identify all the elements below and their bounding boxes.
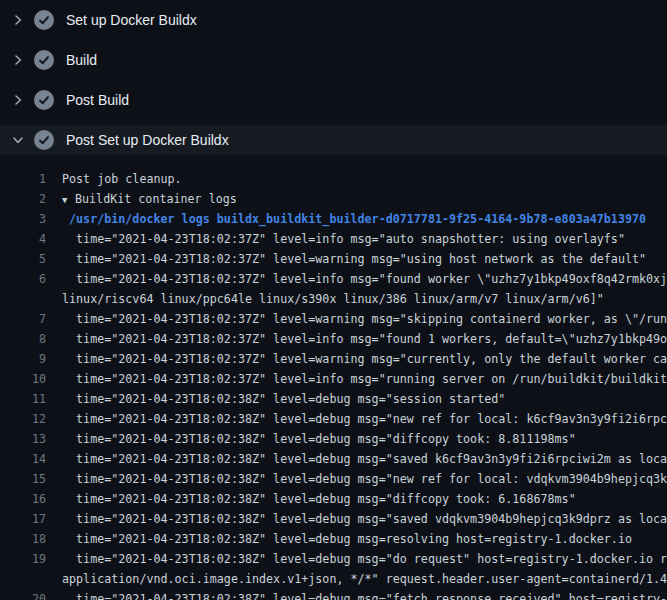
log-line: 14 time="2021-04-23T18:02:38Z" level=deb…	[0, 449, 667, 469]
steps-list: Set up Docker Buildx Build Post Build	[0, 0, 667, 155]
chevron-right-icon[interactable]	[12, 54, 24, 66]
log-line-number[interactable]: 8	[0, 329, 46, 349]
log-line-number[interactable]: 19	[0, 549, 46, 569]
log-line: 10 time="2021-04-23T18:02:37Z" level=inf…	[0, 369, 667, 389]
log-line-text: time="2021-04-23T18:02:37Z" level=info m…	[62, 329, 667, 349]
log-line: 6 time="2021-04-23T18:02:37Z" level=info…	[0, 269, 667, 289]
log-line-text: time="2021-04-23T18:02:37Z" level=info m…	[62, 269, 667, 289]
log-line-text: time="2021-04-23T18:02:37Z" level=warnin…	[62, 349, 667, 369]
log-line-text: time="2021-04-23T18:02:37Z" level=warnin…	[62, 309, 667, 329]
log-line-text: time="2021-04-23T18:02:38Z" level=debug …	[62, 589, 667, 600]
log-line-text: ▼BuildKit container logs	[62, 189, 237, 209]
log-line-text: time="2021-04-23T18:02:38Z" level=debug …	[62, 529, 632, 549]
log-line-text: time="2021-04-23T18:02:38Z" level=debug …	[62, 469, 667, 489]
log-line-text: time="2021-04-23T18:02:37Z" level=info m…	[62, 229, 625, 249]
log-line-number[interactable]: 10	[0, 369, 46, 389]
log-line-text: time="2021-04-23T18:02:38Z" level=debug …	[62, 509, 667, 529]
log-area: 1 Post job cleanup. 2 ▼BuildKit containe…	[0, 155, 667, 600]
log-line: 9 time="2021-04-23T18:02:37Z" level=warn…	[0, 349, 667, 369]
step-label: Build	[66, 52, 97, 68]
log-line-number[interactable]	[0, 289, 46, 309]
log-line-number[interactable]: 13	[0, 429, 46, 449]
log-line: 13 time="2021-04-23T18:02:38Z" level=deb…	[0, 429, 667, 449]
actions-log-viewer: Set up Docker Buildx Build Post Build	[0, 0, 667, 600]
chevron-right-icon[interactable]	[12, 14, 24, 26]
step-label: Post Set up Docker Buildx	[66, 132, 229, 148]
chevron-down-icon[interactable]	[12, 134, 24, 146]
step-row-3[interactable]: Post Set up Docker Buildx	[0, 125, 667, 155]
log-line-number[interactable]: 12	[0, 409, 46, 429]
group-toggle-icon[interactable]: ▼	[62, 190, 75, 209]
log-line-number[interactable]: 14	[0, 449, 46, 469]
step-row-1[interactable]: Build	[0, 40, 667, 80]
log-line-number[interactable]	[0, 569, 46, 589]
log-line-text: time="2021-04-23T18:02:37Z" level=info m…	[62, 369, 667, 389]
log-line: 16 time="2021-04-23T18:02:38Z" level=deb…	[0, 489, 667, 509]
log-line-text: application/vnd.oci.image.index.v1+json,…	[62, 569, 667, 589]
log-line-number[interactable]: 5	[0, 249, 46, 269]
log-line: 18 time="2021-04-23T18:02:38Z" level=deb…	[0, 529, 667, 549]
check-circle-icon	[34, 130, 54, 150]
log-line-number[interactable]: 20	[0, 589, 46, 600]
log-line: 15 time="2021-04-23T18:02:38Z" level=deb…	[0, 469, 667, 489]
log-line-text: time="2021-04-23T18:02:38Z" level=debug …	[62, 489, 576, 509]
log-line: 7 time="2021-04-23T18:02:37Z" level=warn…	[0, 309, 667, 329]
log-line-number[interactable]: 4	[0, 229, 46, 249]
log-line-text: time="2021-04-23T18:02:38Z" level=debug …	[62, 429, 576, 449]
log-line-number[interactable]: 16	[0, 489, 46, 509]
log-line: 11 time="2021-04-23T18:02:38Z" level=deb…	[0, 389, 667, 409]
step-row-2[interactable]: Post Build	[0, 80, 667, 120]
log-line-text: time="2021-04-23T18:02:38Z" level=debug …	[62, 389, 505, 409]
log-line-number[interactable]: 15	[0, 469, 46, 489]
step-label: Post Build	[66, 92, 129, 108]
log-line: linux/riscv64 linux/ppc64le linux/s390x …	[0, 289, 667, 309]
log-line-number[interactable]: 3	[0, 209, 46, 229]
log-line-number[interactable]: 9	[0, 349, 46, 369]
log-line-number[interactable]: 1	[0, 169, 46, 189]
log-line: 4 time="2021-04-23T18:02:37Z" level=info…	[0, 229, 667, 249]
log-line-number[interactable]: 2	[0, 189, 46, 209]
log-line-text: /usr/bin/docker logs buildx_buildkit_bui…	[62, 209, 646, 229]
chevron-right-icon[interactable]	[12, 94, 24, 106]
log-line: 5 time="2021-04-23T18:02:37Z" level=warn…	[0, 249, 667, 269]
log-line-number[interactable]: 11	[0, 389, 46, 409]
log-line-number[interactable]: 6	[0, 269, 46, 289]
log-line: 1 Post job cleanup.	[0, 169, 667, 189]
log-line: 3 /usr/bin/docker logs buildx_buildkit_b…	[0, 209, 667, 229]
step-label: Set up Docker Buildx	[66, 12, 197, 28]
log-line-number[interactable]: 7	[0, 309, 46, 329]
log-line: 20 time="2021-04-23T18:02:38Z" level=deb…	[0, 589, 667, 600]
log-line: 19 time="2021-04-23T18:02:38Z" level=deb…	[0, 549, 667, 569]
log-line-number[interactable]: 18	[0, 529, 46, 549]
log-line-text: time="2021-04-23T18:02:38Z" level=debug …	[62, 409, 667, 429]
log-line: application/vnd.oci.image.index.v1+json,…	[0, 569, 667, 589]
log-line-text: time="2021-04-23T18:02:37Z" level=warnin…	[62, 249, 646, 269]
step-row-0[interactable]: Set up Docker Buildx	[0, 0, 667, 40]
check-circle-icon	[34, 10, 54, 30]
log-line-text: time="2021-04-23T18:02:38Z" level=debug …	[62, 549, 667, 569]
log-line-text: linux/riscv64 linux/ppc64le linux/s390x …	[62, 289, 604, 309]
log-line: 12 time="2021-04-23T18:02:38Z" level=deb…	[0, 409, 667, 429]
log-line-text: time="2021-04-23T18:02:38Z" level=debug …	[62, 449, 667, 469]
log-line: 2 ▼BuildKit container logs	[0, 189, 667, 209]
log-line-text: Post job cleanup.	[62, 169, 182, 189]
log-line: 17 time="2021-04-23T18:02:38Z" level=deb…	[0, 509, 667, 529]
check-circle-icon	[34, 50, 54, 70]
log-line-number[interactable]: 17	[0, 509, 46, 529]
check-circle-icon	[34, 90, 54, 110]
log-line: 8 time="2021-04-23T18:02:37Z" level=info…	[0, 329, 667, 349]
